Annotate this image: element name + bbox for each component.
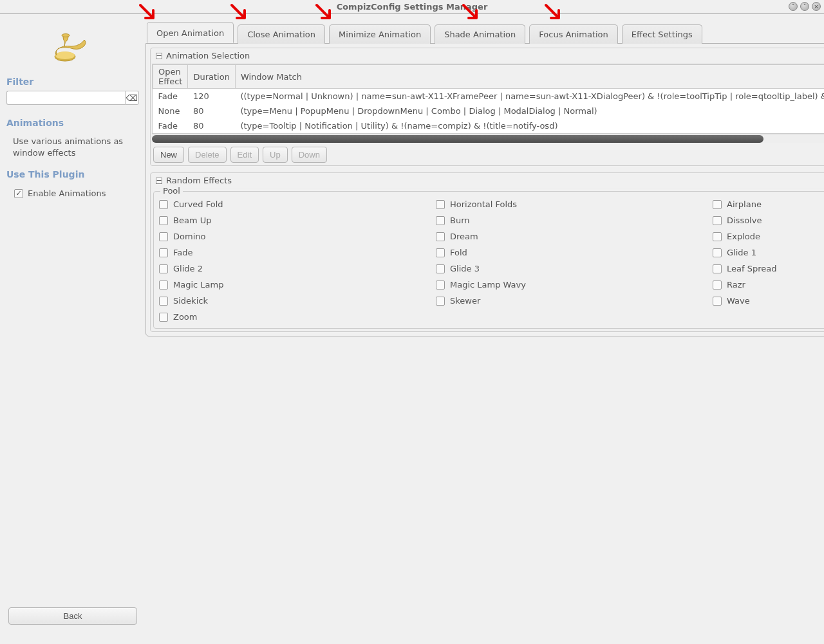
edit-button[interactable]: Edit — [230, 147, 259, 163]
pool-checkbox[interactable] — [713, 216, 722, 225]
pool-item-label: Glide 3 — [450, 264, 480, 273]
pool-item[interactable]: Airplane — [713, 199, 824, 209]
col-open-effect[interactable]: Open Effect — [153, 65, 188, 89]
window-title: CompizConfig Settings Manager — [337, 2, 488, 12]
pool-item[interactable]: Glide 1 — [713, 248, 824, 257]
tab-minimize-animation[interactable]: Minimize Animation — [329, 24, 431, 44]
pool-item-label: Glide 2 — [173, 264, 203, 273]
tab-close-animation[interactable]: Close Animation — [238, 24, 325, 44]
pool-item-label: Leaf Spread — [727, 264, 776, 273]
pool-item-label: Fade — [173, 248, 193, 257]
pool-checkbox[interactable] — [713, 200, 722, 209]
tab-focus-animation[interactable]: Focus Animation — [529, 24, 618, 44]
tab-effect-settings[interactable]: Effect Settings — [622, 24, 702, 44]
plugin-description: Use various animations as window effects — [6, 132, 139, 168]
pool-item[interactable]: Skewer — [436, 296, 706, 306]
pool-checkbox[interactable] — [159, 248, 168, 257]
tab-open-animation[interactable]: Open Animation — [147, 22, 234, 43]
pool-item[interactable]: Horizontal Folds — [436, 199, 706, 209]
pool-checkbox[interactable] — [159, 297, 168, 306]
pool-item[interactable]: Magic Lamp Wavy — [436, 280, 706, 290]
pool-checkbox[interactable] — [159, 216, 168, 225]
pool-item[interactable]: Dissolve — [713, 216, 824, 225]
pool-item-label: Curved Fold — [173, 199, 223, 209]
pool-checkbox[interactable] — [436, 297, 445, 306]
table-row[interactable]: Fade 120 ((type=Normal | Unknown) | name… — [153, 89, 825, 104]
pool-item[interactable]: Dream — [436, 232, 706, 241]
down-button[interactable]: Down — [292, 147, 327, 163]
collapse-icon[interactable] — [156, 53, 162, 59]
pool-checkbox[interactable] — [159, 313, 168, 322]
pool-item-label: Wave — [727, 296, 750, 306]
pool-item-label: Domino — [173, 232, 205, 241]
pool-item[interactable]: Domino — [159, 232, 429, 241]
cell-match: (type=Menu | PopupMenu | DropdownMenu | … — [235, 104, 824, 118]
filter-input[interactable] — [6, 91, 125, 105]
pool-checkbox[interactable] — [713, 297, 722, 306]
close-window-icon[interactable]: × — [812, 2, 821, 11]
pool-item[interactable]: Leaf Spread — [713, 264, 824, 273]
delete-button[interactable]: Delete — [188, 147, 227, 163]
enable-animations-checkbox[interactable] — [14, 189, 23, 198]
pool-checkbox[interactable] — [713, 232, 722, 241]
back-button[interactable]: Back — [8, 607, 137, 625]
pool-checkbox[interactable] — [159, 264, 168, 273]
main-panel: Open Animation Close Animation Minimize … — [145, 14, 824, 644]
pool-checkbox[interactable] — [713, 248, 722, 257]
pool-checkbox[interactable] — [436, 200, 445, 209]
pool-item[interactable]: Beam Up — [159, 216, 429, 225]
collapse-icon[interactable] — [156, 178, 162, 184]
pool-item[interactable]: Wave — [713, 296, 824, 306]
animation-selection-title: Animation Selection — [166, 51, 250, 60]
maximize-window-icon[interactable]: ˄ — [800, 2, 809, 11]
pool-checkbox[interactable] — [713, 281, 722, 290]
tab-shade-animation[interactable]: Shade Animation — [435, 24, 525, 44]
pool-item-label: Razr — [727, 280, 745, 290]
horizontal-scrollbar[interactable] — [152, 134, 824, 143]
pool-checkbox[interactable] — [159, 281, 168, 290]
new-button[interactable]: New — [153, 147, 184, 163]
pool-checkbox[interactable] — [159, 232, 168, 241]
pool-checkbox[interactable] — [436, 264, 445, 273]
pool-checkbox[interactable] — [436, 232, 445, 241]
cell-effect: Fade — [153, 89, 188, 104]
pool-item[interactable]: Magic Lamp — [159, 280, 429, 290]
pool-item-label: Magic Lamp — [173, 280, 223, 290]
pool-checkbox[interactable] — [159, 200, 168, 209]
pool-item[interactable]: Zoom — [159, 312, 429, 322]
pool-item[interactable]: Sidekick — [159, 296, 429, 306]
cell-effect: Fade — [153, 118, 188, 133]
pool-item-label: Zoom — [173, 312, 197, 322]
clear-filter-button[interactable]: ⌫ — [125, 91, 139, 105]
pool-item-label: Glide 1 — [727, 248, 756, 257]
pool-item-label: Sidekick — [173, 296, 208, 306]
cell-duration: 80 — [188, 104, 235, 118]
pool-item[interactable]: Explode — [713, 232, 824, 241]
pool-item[interactable]: Curved Fold — [159, 199, 429, 209]
svg-point-2 — [62, 34, 70, 37]
up-button[interactable]: Up — [263, 147, 288, 163]
pool-item[interactable]: Fade — [159, 248, 429, 257]
pool-item[interactable]: Glide 3 — [436, 264, 706, 273]
tab-panel: Animation Selection Open Effect Duration… — [145, 43, 824, 336]
minimize-window-icon[interactable]: ˅ — [789, 2, 798, 11]
cell-match: (type=Tooltip | Notification | Utility) … — [235, 118, 824, 133]
pool-checkbox[interactable] — [713, 264, 722, 273]
col-window-match[interactable]: Window Match — [235, 65, 824, 89]
col-duration[interactable]: Duration — [188, 65, 235, 89]
pool-item[interactable]: Burn — [436, 216, 706, 225]
pool-item[interactable]: Razr — [713, 280, 824, 290]
pool-checkbox[interactable] — [436, 216, 445, 225]
pool-item[interactable]: Glide 2 — [159, 264, 429, 273]
table-row[interactable]: None 80 (type=Menu | PopupMenu | Dropdow… — [153, 104, 825, 118]
pool-item[interactable]: Fold — [436, 248, 706, 257]
filter-heading: Filter — [6, 77, 139, 87]
pool-frame: Pool ⌫ Curved FoldHorizontal FoldsAirpla… — [153, 191, 824, 329]
pool-checkbox[interactable] — [436, 248, 445, 257]
pool-label: Pool — [160, 186, 183, 196]
scrollbar-thumb[interactable] — [152, 135, 763, 143]
random-effects-title: Random Effects — [166, 176, 232, 185]
animation-table[interactable]: Open Effect Duration Window Match Fade 1… — [152, 64, 824, 134]
table-row[interactable]: Fade 80 (type=Tooltip | Notification | U… — [153, 118, 825, 133]
pool-checkbox[interactable] — [436, 281, 445, 290]
